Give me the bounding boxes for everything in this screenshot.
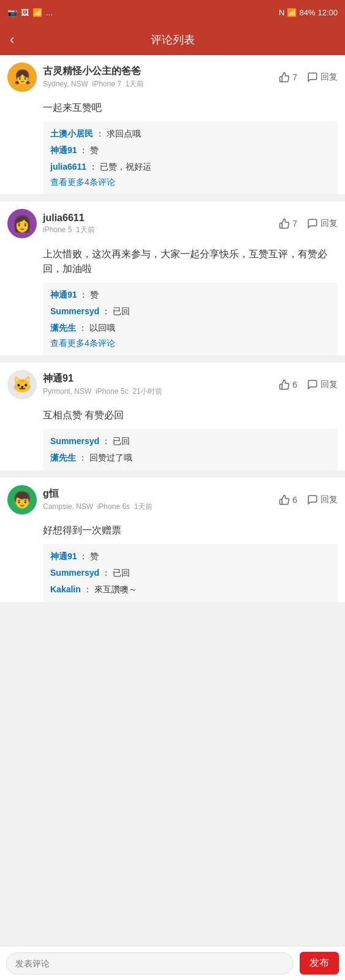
reply-username[interactable]: Kakalin <box>50 584 81 594</box>
status-left: 📷 🖼 📶 ... <box>7 8 53 17</box>
view-more-button[interactable]: 查看更多4条评论 <box>50 177 330 188</box>
comment-content: 上次惜败，这次再来参与，大家一起分享快乐，互赞互评，有赞必回，加油啦 <box>7 242 338 282</box>
reply-username[interactable]: 土澳小居民 <box>50 129 93 138</box>
reply-text: 已回 <box>113 306 130 316</box>
reply-separator: ： <box>96 129 104 138</box>
time-display: 12:00 <box>317 8 338 17</box>
reply-username[interactable]: 神通91 <box>50 145 77 155</box>
reply-separator: ： <box>79 290 88 300</box>
reply-item: 神通91 ： 赞 <box>50 550 330 563</box>
image-icon: 🖼 <box>21 8 29 17</box>
like-button[interactable]: 7 <box>279 218 297 229</box>
reply-button[interactable]: 回复 <box>307 72 338 83</box>
comment-info: Pyrmont, NSW iPhone 5c 21小时前 <box>43 386 279 397</box>
reply-separator: ： <box>89 162 97 172</box>
reply-username[interactable]: 神通91 <box>50 551 77 561</box>
avatar: 🐱 <box>7 370 37 399</box>
battery-text: 84% <box>299 8 315 17</box>
like-button[interactable]: 6 <box>279 494 297 505</box>
comment-meta: g恒 Campsie, NSW iPhone 6s 1天前 <box>43 488 279 512</box>
wifi-icon: 📶 <box>287 8 297 17</box>
replies-box: 神通91 ： 赞 Summersyd ： 已回 Kakalin ： 來互讚噢～ <box>43 544 338 602</box>
reply-username[interactable]: julia6611 <box>50 162 86 172</box>
reply-text: 來互讚噢～ <box>94 584 137 594</box>
reply-text: 赞 <box>90 551 99 561</box>
status-right: N 📶 84% 12:00 <box>279 8 338 17</box>
avatar: 👦 <box>7 485 37 514</box>
header: ‹ 评论列表 <box>0 24 345 55</box>
reply-item: 神通91 ： 赞 <box>50 144 330 157</box>
back-button[interactable]: ‹ <box>10 32 14 48</box>
reply-item: 神通91 ： 赞 <box>50 288 330 301</box>
comment-header: 👧 古灵精怪小公主的爸爸 Sydney, NSW iPhone 7 1天前 7 … <box>7 62 338 92</box>
comment-item: 👦 g恒 Campsie, NSW iPhone 6s 1天前 6 回复 好想得… <box>0 478 345 602</box>
reply-separator: ： <box>79 145 88 155</box>
reply-username[interactable]: 潇先生 <box>50 453 76 462</box>
reply-item: Kakalin ： 來互讚噢～ <box>50 583 330 596</box>
replies-box: Summersyd ： 已回 潇先生 ： 回赞过了哦 <box>43 429 338 470</box>
comment-list: 👧 古灵精怪小公主的爸爸 Sydney, NSW iPhone 7 1天前 7 … <box>0 55 345 658</box>
reply-item: 土澳小居民 ： 求回点哦 <box>50 127 330 140</box>
reply-text: 赞 <box>90 145 99 155</box>
reply-username[interactable]: 潇先生 <box>50 323 76 333</box>
network-icon: N <box>279 8 284 17</box>
like-count: 6 <box>292 380 297 390</box>
reply-separator: ： <box>102 436 110 446</box>
comment-item: 👩 julia6611 iPhone 5 1天前 7 回复 上次惜败，这次再来参… <box>0 202 345 355</box>
comment-item: 👧 古灵精怪小公主的爸爸 Sydney, NSW iPhone 7 1天前 7 … <box>0 55 345 194</box>
comment-meta: julia6611 iPhone 5 1天前 <box>43 213 279 235</box>
comment-username: julia6611 <box>43 213 279 224</box>
activity-icon: 📶 <box>32 8 42 17</box>
reply-button[interactable]: 回复 <box>307 494 338 505</box>
replies-box: 神通91 ： 赞 Summersyd ： 已回 潇先生 ： 以回哦 查看更多4条… <box>43 282 338 355</box>
reply-item: Summersyd ： 已回 <box>50 567 330 579</box>
reply-separator: ： <box>102 306 110 316</box>
reply-text: 以回哦 <box>89 323 115 333</box>
reply-text: 赞 <box>90 290 99 300</box>
reply-username[interactable]: Summersyd <box>50 436 99 446</box>
reply-username[interactable]: Summersyd <box>50 568 99 578</box>
comment-input[interactable] <box>6 952 294 974</box>
comment-content: 好想得到一次赠票 <box>7 518 338 544</box>
comment-header: 👩 julia6611 iPhone 5 1天前 7 回复 <box>7 209 338 238</box>
reply-text: 求回点哦 <box>107 129 141 138</box>
reply-separator: ： <box>83 584 92 594</box>
comment-username: g恒 <box>43 488 279 500</box>
reply-separator: ： <box>78 453 87 462</box>
comment-item: 🐱 神通91 Pyrmont, NSW iPhone 5c 21小时前 6 回复… <box>0 363 345 470</box>
reply-label: 回复 <box>320 218 338 229</box>
reply-username[interactable]: 神通91 <box>50 290 77 300</box>
comment-username: 神通91 <box>43 372 279 385</box>
reply-text: 回赞过了哦 <box>89 453 132 462</box>
reply-label: 回复 <box>320 72 338 83</box>
reply-item: 潇先生 ： 回赞过了哦 <box>50 451 330 464</box>
reply-separator: ： <box>78 323 87 333</box>
reply-label: 回复 <box>320 379 338 390</box>
reply-separator: ： <box>79 551 88 561</box>
reply-button[interactable]: 回复 <box>307 218 338 229</box>
camera-icon: 📷 <box>7 8 17 17</box>
reply-item: julia6611 ： 已赞，祝好运 <box>50 160 330 173</box>
comment-header: 🐱 神通91 Pyrmont, NSW iPhone 5c 21小时前 6 回复 <box>7 370 338 399</box>
more-icon: ... <box>46 8 53 17</box>
like-count: 7 <box>292 219 297 228</box>
reply-label: 回复 <box>320 494 338 505</box>
comment-info: Sydney, NSW iPhone 7 1天前 <box>43 79 279 89</box>
status-bar: 📷 🖼 📶 ... N 📶 84% 12:00 <box>0 0 345 24</box>
like-count: 7 <box>292 72 297 82</box>
avatar: 👧 <box>7 62 37 92</box>
reply-button[interactable]: 回复 <box>307 379 338 390</box>
like-button[interactable]: 6 <box>279 379 297 390</box>
replies-box: 土澳小居民 ： 求回点哦 神通91 ： 赞 julia6611 ： 已赞，祝好运… <box>43 121 338 194</box>
bottom-bar: 发布 <box>0 946 345 980</box>
comment-username: 古灵精怪小公主的爸爸 <box>43 65 279 78</box>
page-title: 评论列表 <box>151 32 195 47</box>
publish-button[interactable]: 发布 <box>300 952 339 974</box>
like-count: 6 <box>292 495 297 505</box>
reply-username[interactable]: Summersyd <box>50 306 99 316</box>
comment-content: 互相点赞 有赞必回 <box>7 403 338 429</box>
reply-text: 已赞，祝好运 <box>100 162 151 172</box>
like-button[interactable]: 7 <box>279 72 297 83</box>
reply-text: 已回 <box>113 436 130 446</box>
view-more-button[interactable]: 查看更多4条评论 <box>50 338 330 349</box>
